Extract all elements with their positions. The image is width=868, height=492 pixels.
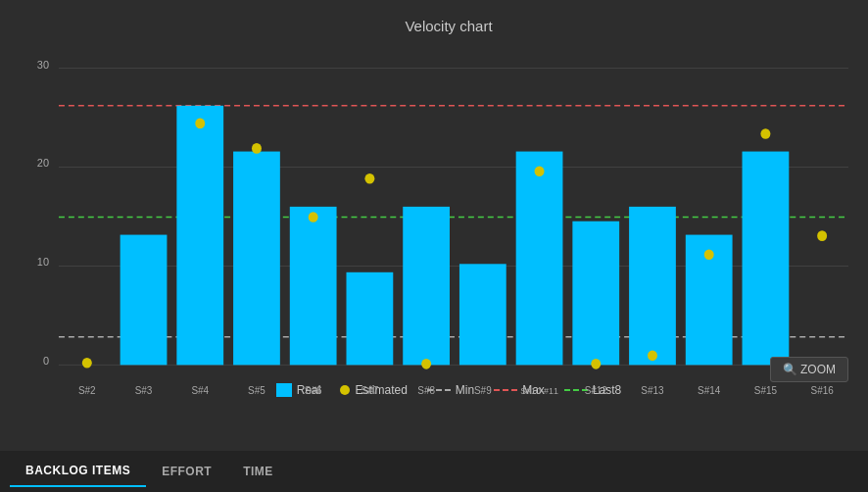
svg-point-20 [252, 143, 262, 154]
tab-effort[interactable]: EFFORT [146, 457, 227, 486]
legend-estimated-dot [340, 385, 350, 395]
svg-point-43 [704, 249, 714, 260]
svg-text:S#16: S#16 [811, 385, 834, 396]
svg-text:S#6: S#6 [305, 385, 322, 396]
svg-point-37 [591, 359, 601, 369]
tab-time[interactable]: TIME [227, 457, 289, 486]
svg-point-17 [195, 119, 205, 129]
svg-text:S#5: S#5 [248, 385, 265, 396]
svg-text:S#2: S#2 [78, 385, 96, 396]
svg-point-40 [648, 351, 657, 362]
svg-rect-33 [516, 152, 563, 366]
svg-rect-39 [629, 207, 676, 366]
svg-point-26 [364, 173, 374, 184]
svg-text:S#7: S#7 [362, 385, 379, 396]
svg-rect-31 [459, 264, 506, 365]
svg-rect-14 [121, 235, 168, 366]
svg-text:S#9: S#9 [474, 385, 492, 396]
svg-text:S#15: S#15 [754, 385, 777, 396]
svg-rect-45 [743, 152, 790, 366]
bottom-tabs: BACKLOG ITEMS EFFORT TIME [0, 451, 868, 492]
chart-legend: Real Estimated Min Max Last8 [49, 383, 848, 397]
svg-rect-22 [290, 207, 337, 366]
chart-title: Velocity chart [49, 10, 848, 34]
svg-text:S#14: S#14 [698, 385, 720, 396]
chart-area: 0 10 20 30 S#2 S#3 [49, 42, 848, 375]
svg-point-34 [535, 166, 545, 176]
svg-point-12 [82, 358, 92, 369]
svg-rect-28 [403, 207, 450, 366]
svg-rect-19 [233, 152, 280, 366]
svg-point-49 [817, 230, 827, 241]
svg-text:S#4: S#4 [191, 385, 209, 396]
legend-min-label: Min [456, 383, 474, 397]
svg-text:S#8: S#8 [417, 385, 435, 396]
svg-text:S#13: S#13 [641, 385, 663, 396]
legend-real-box [276, 383, 292, 397]
svg-text:20: 20 [37, 157, 49, 169]
svg-text:30: 30 [37, 58, 49, 70]
svg-text:S#10-#11: S#10-#11 [520, 386, 558, 396]
svg-text:S#3: S#3 [135, 385, 153, 396]
chart-container: Velocity chart 0 10 20 30 S#2 [0, 0, 868, 451]
svg-point-46 [760, 128, 770, 139]
zoom-button[interactable]: 🔍 ZOOM [770, 357, 848, 382]
velocity-chart-svg: 0 10 20 30 S#2 S#3 [49, 42, 848, 375]
svg-point-29 [421, 359, 431, 369]
legend-max-dash [494, 389, 517, 391]
svg-rect-16 [176, 106, 223, 366]
svg-rect-25 [347, 272, 394, 366]
svg-text:S#12: S#12 [585, 385, 607, 396]
svg-point-23 [309, 212, 318, 222]
svg-text:0: 0 [43, 355, 49, 367]
svg-rect-36 [572, 221, 619, 366]
svg-text:10: 10 [37, 256, 49, 268]
tab-backlog-items[interactable]: BACKLOG ITEMS [10, 456, 146, 487]
